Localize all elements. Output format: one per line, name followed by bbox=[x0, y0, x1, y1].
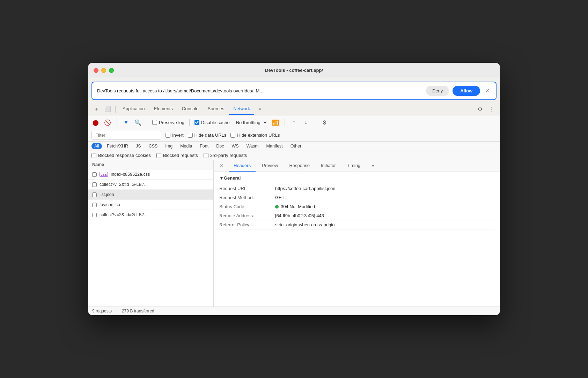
search-icon[interactable]: 🔍 bbox=[134, 118, 142, 127]
more-icon[interactable]: ⋮ bbox=[487, 104, 497, 114]
file-item-selected[interactable]: list.json bbox=[88, 190, 213, 200]
details-tab-timing[interactable]: Timing bbox=[342, 160, 366, 172]
file-list: Name css index-b859522e.css collect?v=2&… bbox=[88, 160, 214, 307]
hide-extension-urls-label[interactable]: Hide extension URLs bbox=[230, 133, 280, 138]
type-media[interactable]: Media bbox=[177, 143, 195, 149]
preserve-log-label[interactable]: Preserve log bbox=[152, 120, 184, 125]
wifi-icon[interactable]: 📶 bbox=[271, 118, 280, 127]
filter-input[interactable] bbox=[91, 131, 161, 139]
network-toolbar: ⬤ 🚫 ▼ 🔍 Preserve log Disable cache No th… bbox=[88, 116, 500, 129]
file-checkbox-0[interactable] bbox=[92, 172, 97, 177]
filter-row: Invert Hide data URLs Hide extension URL… bbox=[88, 129, 500, 142]
settings-icon[interactable]: ⚙ bbox=[475, 104, 485, 114]
detail-val-url: https://coffee-cart.app/list.json bbox=[275, 186, 335, 191]
disable-cache-text: Disable cache bbox=[201, 120, 230, 125]
file-list-header: Name bbox=[88, 160, 213, 169]
type-other[interactable]: Other bbox=[288, 143, 304, 149]
window-title: DevTools - coffee-cart.app/ bbox=[265, 68, 323, 73]
minimize-button[interactable] bbox=[101, 68, 106, 73]
third-party-requests-checkbox[interactable] bbox=[204, 153, 208, 158]
allow-button[interactable]: Allow bbox=[453, 86, 480, 96]
file-checkbox-1[interactable] bbox=[92, 182, 97, 187]
invert-checkbox[interactable] bbox=[166, 133, 170, 138]
css-icon: css bbox=[100, 172, 108, 177]
blocked-response-cookies-text: Blocked response cookies bbox=[98, 153, 151, 158]
type-wasm[interactable]: Wasm bbox=[244, 143, 262, 149]
hide-extension-urls-checkbox[interactable] bbox=[230, 133, 235, 138]
file-item[interactable]: collect?v=2&tid=G-LB7... bbox=[88, 210, 213, 220]
detail-key-status: Status Code: bbox=[219, 204, 275, 209]
details-tab-initiator[interactable]: Initiator bbox=[316, 160, 341, 172]
details-panel: ✕ Headers Preview Response Initiator Tim… bbox=[214, 160, 500, 307]
type-img[interactable]: Img bbox=[162, 143, 175, 149]
throttle-select[interactable]: No throttling Fast 3G Slow 3G bbox=[233, 119, 268, 126]
blocked-response-cookies-checkbox[interactable] bbox=[91, 153, 96, 158]
tab-application[interactable]: Application bbox=[118, 103, 149, 115]
details-tab-preview[interactable]: Preview bbox=[257, 160, 283, 172]
detail-row-remote: Remote Address: [64:ff9b::4b02:3c05]:443 bbox=[219, 211, 494, 220]
toolbar-divider bbox=[115, 106, 116, 113]
detail-row-method: Request Method: GET bbox=[219, 193, 494, 202]
general-section-title: ▼General bbox=[219, 175, 494, 181]
file-item[interactable]: css index-b859522e.css bbox=[88, 169, 213, 180]
type-ws[interactable]: WS bbox=[229, 143, 241, 149]
file-name-1: collect?v=2&tid=G-LB7... bbox=[100, 182, 148, 187]
invert-label[interactable]: Invert bbox=[166, 133, 184, 138]
network-settings-icon[interactable]: ⚙ bbox=[320, 118, 329, 127]
hide-data-urls-label[interactable]: Hide data URLs bbox=[188, 133, 227, 138]
file-item[interactable]: collect?v=2&tid=G-LB7... bbox=[88, 180, 213, 190]
maximize-button[interactable] bbox=[109, 68, 114, 73]
device-icon[interactable]: ⬜ bbox=[103, 104, 112, 114]
detail-key-referrer: Referrer Policy: bbox=[219, 222, 275, 227]
tab-network[interactable]: Network bbox=[229, 103, 254, 115]
details-close-button[interactable]: ✕ bbox=[217, 161, 226, 171]
type-js[interactable]: JS bbox=[133, 143, 144, 149]
blocked-requests-label[interactable]: Blocked requests bbox=[156, 153, 198, 158]
file-name-2: list.json bbox=[100, 192, 114, 197]
detail-key-remote: Remote Address: bbox=[219, 213, 275, 218]
close-button[interactable] bbox=[94, 68, 98, 73]
type-doc[interactable]: Doc bbox=[213, 143, 227, 149]
details-tab-headers[interactable]: Headers bbox=[229, 160, 256, 172]
hide-data-urls-checkbox[interactable] bbox=[188, 133, 193, 138]
detail-val-status: 304 Not Modified bbox=[275, 204, 315, 209]
file-checkbox-4[interactable] bbox=[92, 213, 97, 217]
file-name-0: index-b859522e.css bbox=[111, 172, 150, 177]
disable-cache-checkbox[interactable] bbox=[194, 120, 199, 125]
tab-console[interactable]: Console bbox=[178, 103, 203, 115]
detail-row-url: Request URL: https://coffee-cart.app/lis… bbox=[219, 184, 494, 193]
preserve-log-checkbox[interactable] bbox=[152, 120, 157, 125]
file-item[interactable]: favicon.ico bbox=[88, 200, 213, 210]
details-tab-more[interactable]: » bbox=[367, 160, 379, 172]
detail-row-status: Status Code: 304 Not Modified bbox=[219, 202, 494, 211]
traffic-lights bbox=[94, 68, 114, 73]
disable-cache-label[interactable]: Disable cache bbox=[194, 120, 230, 125]
cursor-icon[interactable]: ⌖ bbox=[91, 104, 101, 114]
deny-button[interactable]: Deny bbox=[426, 86, 449, 96]
third-party-requests-label[interactable]: 3rd-party requests bbox=[204, 153, 247, 158]
type-manifest[interactable]: Manifest bbox=[264, 143, 286, 149]
stop-recording-button[interactable]: ⬤ bbox=[91, 118, 100, 127]
file-checkbox-2[interactable] bbox=[92, 192, 97, 197]
tab-more[interactable]: » bbox=[255, 103, 266, 115]
blocked-response-cookies-label[interactable]: Blocked response cookies bbox=[91, 153, 151, 158]
type-font[interactable]: Font bbox=[197, 143, 211, 149]
toolbar-right: ⚙ ⋮ bbox=[475, 104, 497, 114]
tab-elements[interactable]: Elements bbox=[150, 103, 177, 115]
filter-icon[interactable]: ▼ bbox=[122, 118, 130, 127]
detail-key-method: Request Method: bbox=[219, 195, 275, 200]
tab-sources[interactable]: Sources bbox=[204, 103, 229, 115]
type-all[interactable]: All bbox=[91, 143, 102, 149]
banner-close-button[interactable]: ✕ bbox=[484, 87, 491, 95]
file-checkbox-3[interactable] bbox=[92, 203, 97, 207]
details-tab-response[interactable]: Response bbox=[284, 160, 315, 172]
type-fetch-xhr[interactable]: Fetch/XHR bbox=[104, 143, 131, 149]
download-icon[interactable]: ↓ bbox=[302, 118, 310, 127]
type-css[interactable]: CSS bbox=[146, 143, 161, 149]
blocked-requests-checkbox[interactable] bbox=[156, 153, 161, 158]
third-party-requests-text: 3rd-party requests bbox=[210, 153, 247, 158]
preserve-log-text: Preserve log bbox=[159, 120, 184, 125]
details-tabs: ✕ Headers Preview Response Initiator Tim… bbox=[214, 160, 500, 172]
upload-icon[interactable]: ↑ bbox=[290, 118, 298, 127]
clear-button[interactable]: 🚫 bbox=[103, 118, 112, 127]
